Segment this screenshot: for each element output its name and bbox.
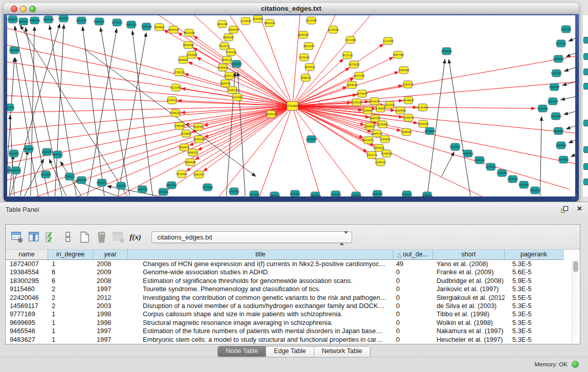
table-cell[interactable]: 9115460 <box>6 285 48 293</box>
table-row[interactable]: 2242004622012Investigating the contribut… <box>6 294 571 302</box>
table-cell[interactable]: 0 <box>394 294 433 302</box>
table-cell[interactable]: Structural magnetic resonance image aver… <box>128 319 394 327</box>
tab-network-table[interactable]: Network Table <box>314 346 370 357</box>
table-cell[interactable]: 5.3E-5 <box>505 310 563 318</box>
table-cell[interactable]: 19384554 <box>6 268 48 276</box>
column-header-year[interactable]: year <box>93 250 128 260</box>
table-cell[interactable]: Disruption of a novel member of a sodium… <box>128 302 394 310</box>
table-cell[interactable]: Estimation of the future numbers of pati… <box>128 327 394 335</box>
table-cell[interactable]: 1 <box>48 310 93 318</box>
table-cell[interactable]: Wolkin et al. (1998) <box>433 319 505 327</box>
table-row[interactable]: 946362711997Embryonic stem cells: a mode… <box>6 336 571 344</box>
row-height-icon[interactable] <box>61 230 75 244</box>
table-cell[interactable]: 0 <box>394 319 433 327</box>
table-cell[interactable]: Nakamura et al. (1997) <box>433 327 505 335</box>
table-cell[interactable]: 9699695 <box>6 319 48 327</box>
table-cell[interactable]: 1997 <box>93 327 128 335</box>
table-cell[interactable]: 0 <box>394 302 433 310</box>
table-cell[interactable]: 0 <box>394 268 433 276</box>
table-cell[interactable]: 0 <box>394 310 433 318</box>
column-header-pagerank[interactable]: pagerank <box>505 250 563 260</box>
table-cell[interactable]: Investigating the contribution of common… <box>128 294 394 302</box>
table-cell[interactable]: 9463627 <box>6 336 48 344</box>
table-scrollbar-thumb[interactable] <box>573 261 578 272</box>
table-cell[interactable]: 18724007 <box>6 260 48 268</box>
table-cell[interactable]: 1 <box>48 319 93 327</box>
table-row[interactable]: 911546021997Tourette syndrome. Phenomeno… <box>6 285 571 293</box>
table-cell[interactable]: 5.6E-5 <box>505 268 563 276</box>
table-cell[interactable]: 5.5E-5 <box>505 294 563 302</box>
table-cell[interactable]: 0 <box>394 336 433 344</box>
table-cell[interactable]: Estimation of significance thresholds fo… <box>128 277 394 285</box>
table-row[interactable]: 969969511998Structural magnetic resonanc… <box>6 319 571 327</box>
table-cell[interactable]: 1998 <box>93 310 128 318</box>
table-cell[interactable]: 1 <box>48 327 93 335</box>
resize-grip-icon[interactable] <box>570 192 578 201</box>
table-cell[interactable]: Franke et al. (2009) <box>433 268 505 276</box>
change-table-mode-icon[interactable] <box>10 230 24 244</box>
table-cell[interactable]: 9465546 <box>6 327 48 335</box>
table-cell[interactable]: 5.3E-5 <box>505 327 563 335</box>
table-cell[interactable]: 5.3E-5 <box>505 319 563 327</box>
table-cell[interactable]: 1997 <box>93 336 128 344</box>
table-cell[interactable]: 0 <box>394 277 433 285</box>
table-cell[interactable]: Stergiakouli et al. (2012) <box>433 294 505 302</box>
table-cell[interactable]: 5.3E-5 <box>505 260 563 268</box>
table-cell[interactable]: Tibbo et al. (1998) <box>433 310 505 318</box>
table-cell[interactable]: 5.3E-5 <box>505 302 563 310</box>
table-cell[interactable]: 18300295 <box>6 277 48 285</box>
table-cell[interactable]: Hescheler et al. (1997) <box>433 336 505 344</box>
table-row[interactable]: 1830029562008Estimation of significance … <box>6 277 571 285</box>
delete-column-icon[interactable] <box>95 230 108 244</box>
table-cell[interactable]: 1 <box>48 260 93 268</box>
table-cell[interactable]: de Silva et al. (2003) <box>433 302 505 310</box>
table-cell[interactable]: 22420046 <box>6 294 48 302</box>
column-header-title[interactable]: title <box>128 250 394 260</box>
table-cell[interactable]: 1 <box>48 336 93 344</box>
table-cell[interactable]: Genome-wide association studies in ADHD. <box>128 268 394 276</box>
table-cell[interactable]: 6 <box>48 277 93 285</box>
close-panel-icon[interactable]: × <box>577 204 582 213</box>
table-cell[interactable]: 5.3E-5 <box>505 336 563 344</box>
table-row[interactable]: 1938455462009Genome-wide association stu… <box>6 268 571 276</box>
table-cell[interactable]: 14569117 <box>6 302 48 310</box>
table-cell[interactable]: 2008 <box>93 260 128 268</box>
column-header-name[interactable]: name <box>6 250 48 260</box>
column-header-short[interactable]: short <box>433 250 505 260</box>
table-cell[interactable]: Embryonic stem cells: a model to study s… <box>128 336 394 344</box>
network-canvas[interactable]: 7663822866012889129941654339224200498908… <box>7 15 575 196</box>
tab-edge-table[interactable]: Edge Table <box>266 346 313 357</box>
table-cell[interactable]: 5.9E-5 <box>505 277 563 285</box>
table-row[interactable]: 977716911998Corpus callosum shape and si… <box>6 310 571 318</box>
table-cell[interactable]: 2 <box>48 302 93 310</box>
column-header-in_degree[interactable]: in_degree <box>48 250 93 260</box>
table-cell[interactable]: 1997 <box>93 285 128 293</box>
table-row[interactable]: 946554611997Estimation of the future num… <box>6 327 571 335</box>
table-cell[interactable]: 49 <box>394 260 433 268</box>
table-cell[interactable]: 2003 <box>93 302 128 310</box>
table-cell[interactable]: 9777169 <box>6 310 48 318</box>
table-cell[interactable]: 2008 <box>93 277 128 285</box>
table-cell[interactable]: 2 <box>48 285 93 293</box>
table-cell[interactable]: 0 <box>394 285 433 293</box>
table-cell[interactable]: 5.3E-5 <box>505 285 563 293</box>
table-row[interactable]: 1872400712008Changes of HCN gene express… <box>6 260 571 268</box>
table-cell[interactable]: 1998 <box>93 319 128 327</box>
select-columns-icon[interactable] <box>27 230 41 244</box>
table-row[interactable]: 1456911722003Disruption of a novel membe… <box>6 302 571 310</box>
table-cell[interactable]: Corpus callosum shape and size in male p… <box>128 310 394 318</box>
create-column-icon[interactable] <box>78 230 92 244</box>
table-cell[interactable]: 0 <box>394 327 433 335</box>
table-selector-dropdown[interactable]: citations_edges.txt <box>151 231 352 243</box>
table-cell[interactable]: 2012 <box>93 294 128 302</box>
table-cell[interactable]: Tourette syndrome. Phenomenology and cla… <box>128 285 394 293</box>
function-builder-icon[interactable]: f(x) <box>128 230 142 244</box>
table-cell[interactable]: Yano et al. (2008) <box>433 260 505 268</box>
tab-node-table[interactable]: Node Table <box>218 346 266 357</box>
table-cell[interactable]: 2009 <box>93 268 128 276</box>
table-cell[interactable]: Changes of HCN gene expression and I(f) … <box>128 260 394 268</box>
window-titlebar[interactable]: citations_edges.txt <box>4 3 579 14</box>
float-panel-icon[interactable] <box>560 206 569 214</box>
show-columns-checklist-icon[interactable] <box>44 230 58 244</box>
column-header-out_de[interactable]: △out_de… <box>394 250 433 260</box>
